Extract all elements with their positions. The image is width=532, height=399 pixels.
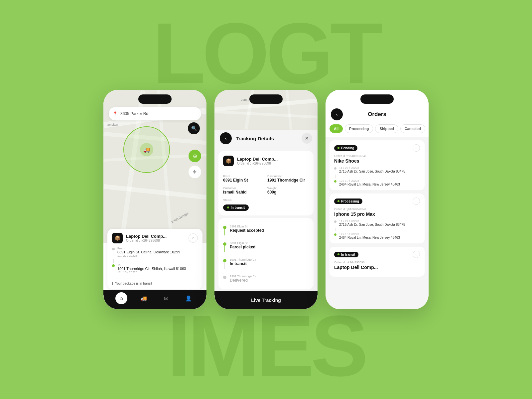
step-3-info: 1901 Thornridge Cir In transit <box>230 258 256 266</box>
order-2-id: Order id : jh1669842544 <box>334 207 420 211</box>
step-3-location: 1901 Thornridge Cir <box>230 258 256 261</box>
route-to-dot <box>112 264 115 267</box>
orders-back-button[interactable]: ‹ <box>331 108 343 120</box>
order-3-header: In transit ○ <box>334 251 420 258</box>
route-from-info: From 6391 Elgin St. Celina, Delaware 102… <box>117 247 180 257</box>
tracking-pkg-order-id: Order id : ik264795698 <box>237 162 278 165</box>
package-title: Laptop Dell Comp... <box>126 234 167 239</box>
from-label: From <box>223 175 265 178</box>
step-3: 1901 Thornridge Cir In transit <box>223 256 309 268</box>
live-tracking-button[interactable]: Live Tracking <box>214 291 318 309</box>
filter-shipped[interactable]: Shipped <box>375 124 398 133</box>
weight-value: 600g <box>267 190 309 195</box>
orders-title: Orders <box>343 111 411 118</box>
order-2-from: 11 / 27 / 20223 2715 Ash Dr. San Jose, S… <box>334 219 420 226</box>
order-3-id: Order id : ik264795698 <box>334 261 420 264</box>
tracking-info-grid-wrapper: From 6391 Elgin St Destination 1901 Thor… <box>223 171 309 211</box>
weight-info: Weight 600g <box>267 187 309 195</box>
map-action-button[interactable]: ⊕ <box>189 150 201 162</box>
phones-container: Jl. Garuda ambitan Jl Yeh Gangga 📍 3605 … <box>103 90 429 309</box>
bg-text-top: LOGT <box>0 10 532 96</box>
close-icon: ✕ <box>305 136 309 141</box>
order-2-name: iphone 15 pro Max <box>334 211 420 217</box>
to-address: 1901 Thornridge Cir. Shiloh, Hawaii 8106… <box>117 267 186 271</box>
map-nav-button[interactable]: ✈ <box>189 166 201 178</box>
search-icon: 🔍 <box>191 126 197 131</box>
tracking-header: ‹ Tracking Details ✕ <box>214 130 318 148</box>
orders-back-icon: ‹ <box>336 112 338 117</box>
customer-value: Ismail Nahid <box>223 190 265 195</box>
back-button[interactable]: ‹ <box>220 132 232 144</box>
order-3-status-text: In transit <box>341 253 355 256</box>
search-button[interactable]: 🔍 <box>188 122 200 134</box>
order-3-select[interactable]: ○ <box>413 251 420 258</box>
order-1-from-dot <box>334 167 336 170</box>
filter-canceled[interactable]: Canceled <box>400 124 425 133</box>
weight-label: Weight <box>267 187 309 190</box>
order-1-to-date: 12 / 10 / 20223 <box>339 179 400 183</box>
order-1-from-addr: 2715 Ash Dr. San Jose, South Dakota 8347… <box>339 170 405 173</box>
phone-1-notch <box>138 94 172 104</box>
tracking-pkg-title: Laptop Dell Comp... <box>237 157 278 162</box>
order-1-status-badge: Pending <box>334 145 357 151</box>
nav-delivery[interactable]: 🚚 <box>138 292 150 304</box>
bottom-nav: ⌂ 🚚 ✉ 👤 <box>103 290 206 309</box>
order-2-header: Processing ○ <box>334 198 420 205</box>
step-1-action: Request accepted <box>230 228 264 233</box>
package-card: 📦 Laptop Dell Comp... Order id : ik26479… <box>107 229 202 289</box>
map-label-ambitan: ambitan <box>107 123 118 126</box>
order-1-select[interactable]: ○ <box>413 144 420 152</box>
order-3-status-dot <box>337 253 339 255</box>
close-button[interactable]: ✕ <box>302 133 312 144</box>
phone-2-notch <box>249 94 283 104</box>
route-line: From 6391 Elgin St. Celina, Delaware 102… <box>112 247 198 276</box>
order-3-status-badge: In transit <box>334 252 358 257</box>
bg-text-bottom: IMES <box>0 303 532 389</box>
step-2-connector <box>224 245 225 252</box>
filter-processing[interactable]: Processing <box>345 124 373 133</box>
dest-value: 1901 Thornridge Cir <box>267 178 309 183</box>
package-icon: 📦 <box>112 233 123 243</box>
step-3-action: In transit <box>230 261 256 266</box>
phone-3-screen: ‹ Orders All Processing Shipped Canceled <box>326 90 429 309</box>
order-2-from-info: 11 / 27 / 20223 2715 Ash Dr. San Jose, S… <box>339 219 405 226</box>
order-1-from: 11 / 27 / 20223 2715 Ash Dr. San Jose, S… <box>334 166 420 173</box>
step-4: 1901 Thornridge Cir Delivered <box>223 273 309 285</box>
truck-icon: 🚚 <box>143 147 150 153</box>
nav-home[interactable]: ⌂ <box>115 292 127 304</box>
from-date: 11 / 27 / 20223 <box>117 254 180 257</box>
step-2-location: 6391 Elgin St <box>230 241 255 245</box>
map-direction-icon: ✈ <box>193 169 197 175</box>
route-from-dot <box>112 248 115 250</box>
package-expand-button[interactable]: ○ <box>189 233 198 243</box>
tracking-title: Tracking Details <box>236 136 274 141</box>
package-info: Laptop Dell Comp... Order id : ik2647956… <box>126 234 167 242</box>
status-label: Status <box>223 199 309 202</box>
search-text: 3605 Parker Rd. <box>120 111 149 116</box>
search-bar[interactable]: 📍 3605 Parker Rd. 🔍 <box>109 107 201 120</box>
order-1-to-addr: 2464 Royal Ln. Mesa, New Jersey 45463 <box>339 183 400 186</box>
map-target-icon: ⊕ <box>193 153 197 159</box>
order-2-select[interactable]: ○ <box>413 198 420 205</box>
route-from: From 6391 Elgin St. Celina, Delaware 102… <box>112 247 198 259</box>
map-label-gangga: Jl Yeh Gangga <box>170 211 189 224</box>
step-4-location: 1901 Thornridge Cir <box>230 275 256 278</box>
nav-profile[interactable]: 👤 <box>183 292 195 304</box>
route-to-info: To 1901 Thornridge Cir. Shiloh, Hawaii 8… <box>117 263 186 274</box>
status-badge: In transit <box>223 204 249 211</box>
order-2-status-badge: Processing <box>334 199 362 204</box>
order-2-from-addr: 2715 Ash Dr. San Jose, South Dakota 8347… <box>339 223 405 226</box>
route-connector <box>113 259 114 263</box>
order-1-id: Order id : f15489716341 <box>334 154 420 158</box>
phone-1: Jl. Garuda ambitan Jl Yeh Gangga 📍 3605 … <box>103 90 206 309</box>
dest-info: Destination 1901 Thornridge Cir <box>267 175 309 183</box>
order-1-status-dot <box>337 147 339 149</box>
order-1-header: Pending ○ <box>334 144 420 152</box>
from-info: From 6391 Elgin St <box>223 175 265 183</box>
live-tracking-label: Live Tracking <box>251 298 281 303</box>
filter-tabs: All Processing Shipped Canceled <box>326 124 429 137</box>
nav-mail[interactable]: ✉ <box>160 292 172 304</box>
tracking-pkg-icon: 📦 <box>223 156 234 166</box>
order-2-route: 11 / 27 / 20223 2715 Ash Dr. San Jose, S… <box>334 219 420 239</box>
filter-all[interactable]: All <box>330 124 343 133</box>
